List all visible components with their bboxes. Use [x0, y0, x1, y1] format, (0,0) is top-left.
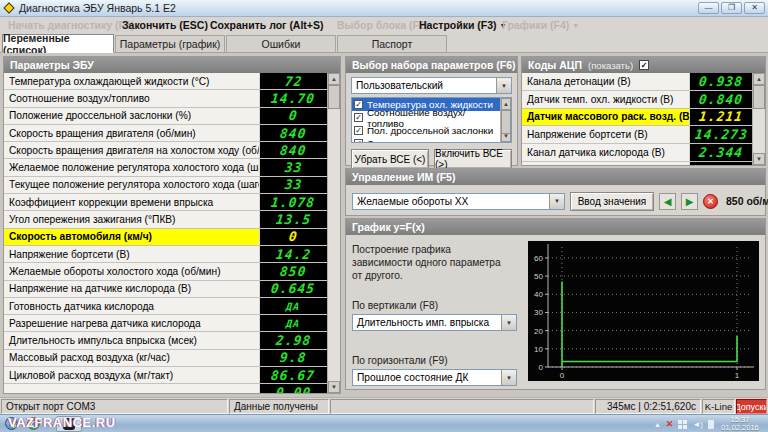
- menu-item-3[interactable]: Сохранить лог (Alt+S): [210, 19, 324, 31]
- stop-button[interactable]: ✕: [703, 194, 718, 209]
- tab-1[interactable]: Переменные (список): [2, 34, 114, 53]
- increase-arrow-button[interactable]: ▶: [681, 193, 698, 210]
- ecu-param-row[interactable]: Массовый расход воздуха (кг/час)9.8: [4, 350, 327, 367]
- ecu-param-row[interactable]: Скорость автомобиля (км/ч)0: [4, 229, 327, 246]
- scroll-up-icon[interactable]: ▲: [328, 73, 340, 85]
- chevron-down-icon[interactable]: ▼: [501, 370, 516, 385]
- statusbar: Открыт порт COM3Данные получены345мс | 0…: [0, 397, 768, 414]
- window-title: Диагностика ЭБУ Январь 5.1 Е2: [19, 2, 176, 14]
- menu-item-4: Выбор блока (F2): [337, 19, 428, 31]
- ecu-param-row[interactable]: Желаемое положение регулятора холостого …: [4, 159, 327, 176]
- im-control-header: Управление ИМ (F5): [346, 169, 765, 185]
- ecu-param-row[interactable]: Положение дроссельной заслонки (%)0: [4, 108, 327, 125]
- menu-item-2[interactable]: Закончить (ESC): [122, 19, 208, 31]
- restore-button[interactable]: ❐: [721, 2, 742, 14]
- scroll-track[interactable]: [328, 85, 340, 381]
- ecu-param-row[interactable]: Текущее положение регулятора холостого х…: [4, 177, 327, 194]
- ecu-param-value-cell: 0: [260, 108, 327, 124]
- ecu-param-value: 33: [284, 160, 303, 175]
- menu-item-5[interactable]: Настройки (F3) ▼: [419, 19, 506, 31]
- include-all-button[interactable]: Включить ВСЕ (>): [434, 149, 512, 169]
- muted-sound-icon[interactable]: ✕: [666, 419, 674, 429]
- ecu-param-value: 840: [279, 126, 307, 141]
- scroll-up-icon[interactable]: ▲: [753, 73, 765, 85]
- ecu-param-label: Скорость вращения двигателя (об/мин): [4, 125, 259, 141]
- hidden-icons-icon[interactable]: ▲: [654, 421, 661, 428]
- param-set-item[interactable]: ✓Скорост. вращения дв: [352, 137, 500, 143]
- checkbox-icon[interactable]: ✓: [354, 113, 363, 122]
- adc-scrollbar[interactable]: ▲ ▼: [752, 73, 765, 165]
- adc-row[interactable]: 0.420: [522, 162, 752, 165]
- clock[interactable]: 15:37 01.02.2016: [716, 416, 764, 432]
- param-set-title: Выбор набора параметров (F6): [352, 59, 516, 71]
- adc-row[interactable]: Канал датчика кислорода (В)2.344: [522, 144, 752, 162]
- clock-date: 01.02.2016: [716, 424, 764, 432]
- usb-icon[interactable]: [708, 420, 714, 429]
- ecu-param-label: Массовый расход воздуха (кг/час): [4, 350, 259, 366]
- ecu-param-row[interactable]: Скорость вращения двигателя (об/мин)840: [4, 125, 327, 142]
- svg-text:40: 40: [534, 290, 543, 299]
- volume-icon[interactable]: ◄): [692, 420, 703, 429]
- tabstrip: Переменные (список)Параметры (график)Оши…: [0, 34, 768, 53]
- ecu-param-value: ДА: [286, 318, 301, 329]
- ecu-param-row[interactable]: Желаемые обороты холостого хода (об/мин)…: [4, 263, 327, 280]
- minimize-button[interactable]: —: [698, 2, 719, 14]
- adc-value-cell: 1.211: [690, 109, 752, 126]
- graph-description: Построение графика зависимости одного па…: [352, 243, 512, 282]
- adc-label: [522, 162, 689, 165]
- close-button[interactable]: ✕: [744, 2, 765, 14]
- ecu-params-header: Параметры ЭБУ: [4, 57, 340, 73]
- adc-row[interactable]: Напряжение бортсети (В)14.273: [522, 126, 752, 144]
- horizontal-axis-label: По горизонтали (F9): [352, 355, 524, 366]
- tab-4[interactable]: Паспорт: [337, 35, 447, 53]
- ecu-param-row[interactable]: 0.00: [4, 384, 327, 393]
- checkbox-icon[interactable]: ✓: [354, 126, 363, 135]
- scroll-down-icon[interactable]: ▼: [328, 381, 340, 393]
- adc-value-cell: 0.420: [690, 162, 752, 165]
- ecu-scrollbar[interactable]: ▲ ▼: [327, 73, 340, 393]
- ecu-param-row[interactable]: Температура охлаждающей жидкости (°C)72: [4, 73, 327, 90]
- im-target-dropdown[interactable]: Желаемые обороты ХХ ▼: [352, 193, 565, 210]
- scroll-thumb[interactable]: [501, 110, 511, 134]
- remove-all-button[interactable]: Убрать ВСЕ (<): [351, 149, 429, 169]
- adc-show-checkbox[interactable]: ✓: [639, 60, 649, 70]
- param-set-dropdown[interactable]: Пользовательский ▼: [351, 77, 512, 94]
- scroll-thumb[interactable]: [328, 85, 340, 109]
- scroll-track[interactable]: [753, 85, 765, 153]
- ecu-param-row[interactable]: Длительность импульса впрыска (мсек)2.98: [4, 332, 327, 349]
- chevron-down-icon[interactable]: ▼: [549, 194, 564, 209]
- checkbox-icon[interactable]: ✓: [354, 100, 363, 109]
- adc-row[interactable]: Датчик массового раск. возд. (В)1.211: [522, 109, 752, 127]
- network-icon[interactable]: [678, 420, 687, 429]
- scroll-track[interactable]: [501, 110, 511, 130]
- ecu-param-row[interactable]: Готовность датчика кислородаДА: [4, 298, 327, 315]
- adc-row[interactable]: Датчик темп. охл. жидкости (В)0.840: [522, 91, 752, 109]
- ecu-param-label: Положение дроссельной заслонки (%): [4, 108, 259, 124]
- chevron-down-icon[interactable]: ▼: [501, 315, 516, 330]
- ecu-param-row[interactable]: Коэффициент коррекции времени впрыска1.0…: [4, 194, 327, 211]
- ecu-param-row[interactable]: Напряжение на датчике кислорода (В)0.645: [4, 281, 327, 298]
- ecu-param-row[interactable]: Угол опережения зажигания (°ПКВ)13.5: [4, 211, 327, 228]
- menu-item-1: Начать диагностику (F1): [8, 19, 134, 31]
- chevron-down-icon[interactable]: ▼: [496, 78, 511, 93]
- adc-row[interactable]: Канала детонации (В)0.938: [522, 73, 752, 91]
- scroll-up-icon[interactable]: ▲: [501, 98, 511, 110]
- param-set-item[interactable]: ✓Соотношение воздух/топливо: [352, 111, 500, 124]
- ecu-param-row[interactable]: Скорость вращения двигателя на холостом …: [4, 142, 327, 159]
- ecu-param-row[interactable]: Разрешение нагрева датчика кислородаДА: [4, 315, 327, 332]
- scroll-down-icon[interactable]: ▼: [753, 153, 765, 165]
- tab-3[interactable]: Ошибки: [226, 35, 336, 53]
- horizontal-axis-dropdown[interactable]: Прошлое состояние ДК ▼: [352, 369, 517, 386]
- vertical-axis-dropdown[interactable]: Длительность имп. впрыска ▼: [352, 314, 517, 331]
- enter-value-button[interactable]: Ввод значения: [570, 192, 654, 211]
- tab-2[interactable]: Параметры (график): [115, 35, 225, 53]
- ecu-param-row[interactable]: Соотношение воздух/топливо14.70: [4, 90, 327, 107]
- param-set-scrollbar[interactable]: ▲ ▼: [500, 98, 511, 142]
- ecu-param-row[interactable]: Цикловой расход воздуха (мг/такт)86.67: [4, 367, 327, 384]
- scroll-thumb[interactable]: [753, 85, 765, 109]
- decrease-arrow-button[interactable]: ◀: [659, 193, 676, 210]
- graph-panel: График y=F(x) Построение графика зависим…: [345, 218, 766, 390]
- param-set-item[interactable]: ✓Пол. дроссельной заслонки: [352, 124, 500, 137]
- checkbox-icon[interactable]: ✓: [354, 139, 363, 143]
- ecu-param-row[interactable]: Напряжение бортсети (В)14.2: [4, 246, 327, 263]
